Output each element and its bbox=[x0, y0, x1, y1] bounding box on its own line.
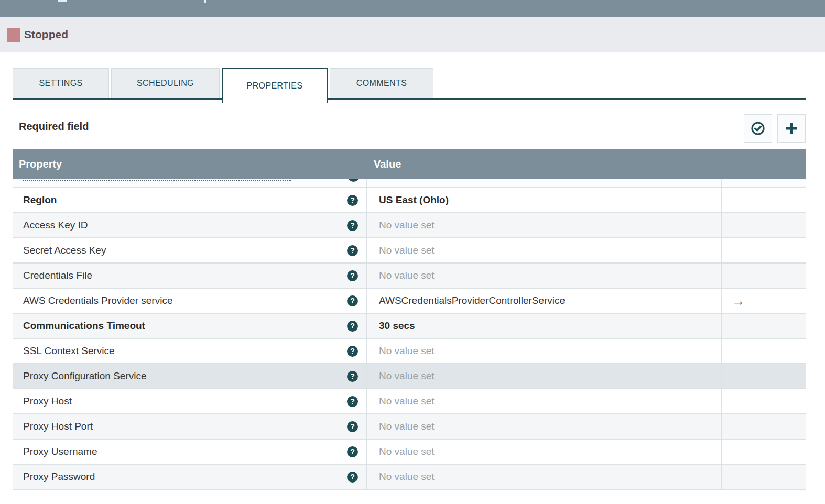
property-value-cell[interactable]: No value set bbox=[367, 364, 722, 388]
help-icon[interactable]: ? bbox=[347, 446, 358, 457]
property-row[interactable]: Secret Access Key ? No value set bbox=[13, 237, 806, 262]
tab-scheduling[interactable]: SCHEDULING bbox=[111, 68, 220, 98]
property-value: 30 secs bbox=[379, 320, 415, 332]
property-name-cell[interactable]: Secret Access Key ? bbox=[13, 238, 367, 262]
property-name-cell[interactable]: Communications Timeout ? bbox=[13, 314, 367, 338]
property-name: Proxy Configuration Service bbox=[23, 370, 147, 382]
property-value-cell[interactable]: AWSCredentialsProviderControllerService bbox=[367, 289, 722, 313]
verify-properties-button[interactable] bbox=[744, 114, 772, 143]
property-value: No value set bbox=[379, 270, 435, 281]
properties-table-body: ? Region ? US East (Ohio) Access Key ID … bbox=[13, 179, 806, 489]
property-action-cell bbox=[722, 465, 806, 489]
property-action-cell bbox=[722, 314, 806, 338]
property-name: SSL Context Service bbox=[23, 345, 115, 357]
property-value: No value set bbox=[379, 421, 435, 432]
property-value-cell[interactable]: No value set bbox=[367, 264, 722, 288]
property-action-cell bbox=[722, 364, 806, 388]
property-value-cell[interactable] bbox=[367, 179, 722, 187]
property-name: Credentials File bbox=[23, 270, 92, 281]
property-action-cell bbox=[722, 213, 806, 237]
property-name-cell[interactable]: ? bbox=[13, 179, 367, 187]
checkmark-circle-icon bbox=[751, 121, 765, 136]
add-property-button[interactable] bbox=[777, 114, 806, 143]
property-action-cell bbox=[722, 238, 806, 262]
status-label: Stopped bbox=[24, 28, 68, 41]
property-name-cell[interactable]: AWS Credentials Provider service ? bbox=[13, 289, 367, 313]
titlebar-clipped-text-artifact bbox=[58, 0, 67, 2]
property-name-cell[interactable]: Proxy Configuration Service ? bbox=[13, 364, 367, 388]
help-icon[interactable]: ? bbox=[347, 295, 358, 306]
property-row[interactable]: Proxy Password ? No value set bbox=[13, 464, 806, 489]
property-value-cell[interactable]: 30 secs bbox=[367, 314, 722, 338]
property-value: No value set bbox=[379, 345, 435, 357]
property-value: No value set bbox=[379, 471, 435, 483]
property-name-cell[interactable]: SSL Context Service ? bbox=[13, 339, 367, 363]
property-value-cell[interactable]: No value set bbox=[367, 213, 722, 237]
properties-table-header: Property Value bbox=[13, 149, 806, 179]
property-column-header: Property bbox=[13, 158, 367, 170]
property-value-cell[interactable]: No value set bbox=[367, 339, 722, 363]
property-name: Secret Access Key bbox=[23, 245, 106, 256]
dialog-titlebar bbox=[0, 0, 825, 17]
property-row[interactable]: Proxy Host Port ? No value set bbox=[13, 413, 806, 439]
go-to-service-arrow-icon[interactable]: → bbox=[732, 294, 745, 308]
help-icon[interactable]: ? bbox=[347, 245, 358, 256]
property-row[interactable]: SSL Context Service ? No value set bbox=[13, 338, 806, 363]
tab-settings[interactable]: SETTINGS bbox=[13, 68, 109, 98]
help-icon[interactable]: ? bbox=[347, 396, 358, 407]
help-icon[interactable]: ? bbox=[347, 346, 358, 357]
property-row[interactable]: Credentials File ? No value set bbox=[13, 262, 806, 288]
required-field-label: Required field bbox=[19, 120, 89, 133]
property-value: No value set bbox=[379, 245, 435, 256]
help-icon[interactable]: ? bbox=[347, 371, 358, 382]
tab-properties[interactable]: PROPERTIES bbox=[222, 68, 328, 103]
property-value: No value set bbox=[379, 220, 435, 231]
stopped-status-icon bbox=[7, 28, 20, 42]
property-row[interactable]: AWS Credentials Provider service ? AWSCr… bbox=[13, 288, 806, 313]
help-icon[interactable]: ? bbox=[347, 321, 358, 332]
property-value-cell[interactable]: No value set bbox=[367, 414, 722, 439]
help-icon[interactable]: ? bbox=[347, 472, 358, 483]
property-name-cell[interactable]: Proxy Username ? bbox=[13, 440, 367, 464]
help-icon[interactable]: ? bbox=[347, 195, 358, 206]
property-name-cell[interactable]: Proxy Host Port ? bbox=[13, 414, 367, 439]
tab-bar: SETTINGS SCHEDULING PROPERTIES COMMENTS bbox=[13, 68, 436, 103]
property-value-cell[interactable]: No value set bbox=[367, 440, 722, 464]
property-name: Communications Timeout bbox=[23, 320, 145, 332]
property-name-cell[interactable]: Proxy Password ? bbox=[13, 465, 367, 489]
help-icon[interactable]: ? bbox=[347, 270, 358, 281]
property-action-cell bbox=[722, 339, 806, 363]
property-name-cell[interactable]: Region ? bbox=[13, 188, 367, 212]
property-row[interactable]: Communications Timeout ? 30 secs bbox=[13, 313, 806, 338]
property-name: Proxy Username bbox=[23, 446, 97, 457]
property-value-cell[interactable]: No value set bbox=[367, 465, 722, 489]
help-icon[interactable]: ? bbox=[347, 421, 358, 432]
status-bar: Stopped bbox=[0, 17, 825, 52]
property-name-cell[interactable]: Credentials File ? bbox=[13, 264, 367, 288]
property-name-cell[interactable]: Proxy Host ? bbox=[13, 389, 367, 413]
property-name-cell[interactable]: Access Key ID ? bbox=[13, 213, 367, 237]
clipped-row-text-bottom bbox=[23, 179, 291, 181]
property-row[interactable]: Region ? US East (Ohio) bbox=[13, 187, 806, 212]
property-action-cell bbox=[722, 414, 806, 439]
property-action-cell bbox=[722, 188, 806, 212]
property-row[interactable]: Proxy Host ? No value set bbox=[13, 388, 806, 413]
property-action-cell bbox=[722, 440, 806, 464]
plus-icon bbox=[784, 121, 799, 136]
property-value-cell[interactable]: No value set bbox=[367, 389, 722, 413]
property-action-cell: → bbox=[722, 289, 806, 313]
property-row[interactable]: ? bbox=[13, 179, 806, 187]
properties-table: Property Value ? Region ? US East (Ohio) bbox=[13, 149, 806, 490]
property-value: No value set bbox=[379, 370, 435, 382]
property-value: No value set bbox=[379, 446, 435, 457]
property-name: Proxy Password bbox=[23, 471, 95, 483]
property-value-cell[interactable]: US East (Ohio) bbox=[367, 188, 722, 212]
property-action-cell bbox=[722, 179, 806, 187]
help-icon[interactable]: ? bbox=[347, 220, 358, 231]
tab-comments[interactable]: COMMENTS bbox=[330, 68, 433, 98]
property-value: US East (Ohio) bbox=[379, 194, 449, 206]
property-row[interactable]: Access Key ID ? No value set bbox=[13, 212, 806, 237]
property-row[interactable]: Proxy Username ? No value set bbox=[13, 439, 806, 464]
property-value-cell[interactable]: No value set bbox=[367, 238, 722, 262]
property-row[interactable]: Proxy Configuration Service ? No value s… bbox=[13, 363, 806, 388]
